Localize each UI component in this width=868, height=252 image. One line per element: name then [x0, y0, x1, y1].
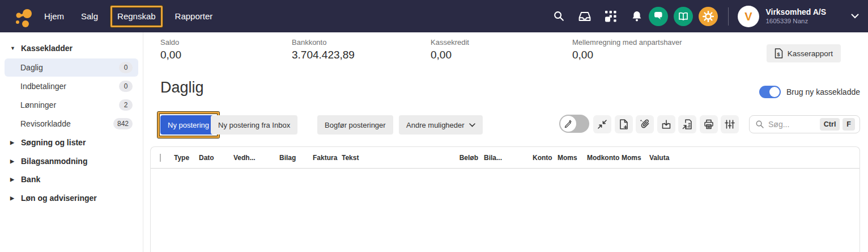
- cash-report-document-icon: $: [775, 48, 783, 58]
- download-icon[interactable]: [657, 115, 675, 133]
- caret-right-icon: ▶: [10, 140, 16, 145]
- printer-icon[interactable]: [700, 115, 718, 133]
- sidebar-section-sogning-og-lister[interactable]: ▶ Søgning og lister: [10, 138, 86, 147]
- inbox-icon[interactable]: [578, 10, 591, 23]
- stat-value: 0,00: [160, 49, 181, 61]
- sidebar-section-lon-og-adviseringer[interactable]: ▶ Løn og adviseringer: [10, 194, 97, 203]
- caret-right-icon: ▶: [10, 195, 16, 201]
- kassekladde-toggle-row: Brug ny kassekladde: [759, 86, 860, 98]
- sidebar-item-label: Daglig: [20, 63, 43, 72]
- toggle-label: Brug ny kassekladde: [786, 87, 860, 96]
- account-info[interactable]: Virksomhed A/S 1605339 Nanz: [765, 7, 826, 26]
- stat-bankkonto: Bankkonto 3.704.423,89: [292, 38, 355, 61]
- column-header-type[interactable]: Type: [174, 154, 199, 162]
- stat-value: 3.704.423,89: [292, 49, 355, 61]
- andre-muligheder-label: Andre muligheder: [406, 121, 465, 129]
- sidebar-section-label: Bank: [21, 175, 40, 184]
- new-document-icon[interactable]: [615, 115, 633, 133]
- stat-mellemregning: Mellemregning med anpartshaver 0,00: [572, 38, 682, 61]
- nav-item-salg[interactable]: Salg: [81, 11, 98, 21]
- sidebar-section-bank[interactable]: ▶ Bank: [10, 175, 40, 184]
- bogfor-posteringer-button[interactable]: Bogfør posteringer: [317, 115, 393, 135]
- sidebar-item-lonninger[interactable]: Lønninger 2: [5, 96, 138, 114]
- kasserapport-button[interactable]: $ Kasserapport: [767, 44, 841, 62]
- e-conomic-logo: [8, 5, 34, 28]
- column-header-dato[interactable]: Dato: [199, 154, 233, 162]
- page-title: Daglig: [160, 79, 204, 96]
- table-body-empty: [151, 169, 860, 252]
- column-header-bilag[interactable]: Bilag: [279, 154, 313, 162]
- stat-saldo: Saldo 0,00: [160, 38, 181, 61]
- stat-label: Bankkonto: [292, 38, 355, 47]
- stat-value: 0,00: [431, 49, 469, 61]
- table-search: Ctrl F: [749, 115, 860, 133]
- search-icon[interactable]: [552, 10, 565, 23]
- sidebar-section-label: Bilagsanmodning: [21, 157, 87, 166]
- brug-ny-kassekladde-toggle[interactable]: [759, 86, 781, 98]
- column-header-vedh[interactable]: Vedh...: [233, 154, 279, 162]
- nav-item-hjem[interactable]: Hjem: [44, 11, 64, 21]
- svg-text:V: V: [745, 10, 753, 23]
- sidebar-item-label: Revisorkladde: [20, 119, 71, 128]
- search-icon: [755, 120, 764, 129]
- chevron-down-icon[interactable]: [851, 14, 859, 19]
- column-header-belob[interactable]: Beløb: [430, 154, 478, 162]
- count-badge: 2: [119, 99, 133, 111]
- count-badge: 842: [113, 118, 133, 129]
- collapse-icon[interactable]: [593, 115, 611, 133]
- stat-kassekredit: Kassekredit 0,00: [431, 38, 469, 61]
- caret-right-icon: ▶: [10, 177, 16, 182]
- edit-pencil-toggle[interactable]: [559, 115, 589, 133]
- kasserapport-label: Kasserapport: [788, 49, 833, 58]
- column-header-moms-2[interactable]: Moms: [622, 154, 649, 162]
- nav-item-rapporter[interactable]: Rapporter: [175, 11, 213, 21]
- pencil-icon: [560, 116, 576, 132]
- topbar-actions: V Virksomhed A/S 1605339 Nanz: [539, 0, 859, 32]
- chevron-down-icon: [469, 123, 475, 127]
- import-document-icon[interactable]: [678, 115, 696, 133]
- sidebar-item-daglig[interactable]: Daglig 0: [5, 58, 138, 77]
- notifications-bell-icon[interactable]: [631, 10, 643, 23]
- sidebar-item-revisorkladde[interactable]: Revisorkladde 842: [5, 115, 138, 133]
- apps-grid-icon[interactable]: [605, 10, 617, 23]
- main-menu: Hjem Salg Regnskab Rapporter: [44, 8, 212, 25]
- ny-postering-button[interactable]: Ny postering: [160, 115, 216, 135]
- shortcut-key-ctrl: Ctrl: [820, 118, 840, 131]
- smart-attachment-icon[interactable]: [636, 115, 654, 133]
- settings-gear-icon[interactable]: [699, 7, 718, 26]
- column-header-valuta[interactable]: Valuta: [649, 154, 683, 162]
- nav-item-regnskab[interactable]: Regnskab: [117, 11, 156, 21]
- column-filter-icon[interactable]: [721, 115, 739, 133]
- column-header-konto[interactable]: Konto: [533, 154, 558, 162]
- company-avatar[interactable]: V: [738, 6, 759, 27]
- column-header-faktura[interactable]: Faktura: [313, 154, 342, 162]
- sidebar: ▼ Kassekladder Daglig 0 Indbetalinger 0 …: [0, 32, 143, 252]
- svg-text:$: $: [777, 52, 780, 57]
- sidebar-item-label: Indbetalinger: [20, 82, 66, 91]
- postings-table: Type Dato Vedh... Bilag Faktura Tekst Be…: [150, 146, 860, 252]
- sidebar-section-label: Kassekladder: [21, 44, 73, 53]
- sidebar-section-bilagsanmodning[interactable]: ▶ Bilagsanmodning: [10, 157, 87, 166]
- table-header-row: Type Dato Vedh... Bilag Faktura Tekst Be…: [151, 147, 860, 169]
- column-header-moms[interactable]: Moms: [558, 154, 587, 162]
- app-window: Hjem Salg Regnskab Rapporter: [0, 0, 868, 252]
- sidebar-section-kassekladder[interactable]: ▼ Kassekladder: [10, 44, 73, 53]
- company-name: Virksomhed A/S: [765, 7, 826, 18]
- chat-icon[interactable]: [649, 7, 668, 26]
- andre-muligheder-dropdown[interactable]: Andre muligheder: [399, 115, 483, 135]
- sidebar-item-label: Lønninger: [20, 100, 56, 110]
- count-badge: 0: [119, 81, 133, 92]
- column-header-tekst[interactable]: Tekst: [342, 154, 430, 162]
- select-all-checkbox[interactable]: [160, 154, 161, 162]
- shortcut-key-f: F: [843, 118, 855, 131]
- column-header-bila[interactable]: Bila...: [478, 154, 533, 162]
- column-header-modkonto[interactable]: Modkonto: [587, 154, 622, 162]
- sidebar-item-indbetalinger[interactable]: Indbetalinger 0: [5, 77, 138, 95]
- help-book-icon[interactable]: [674, 7, 693, 26]
- search-input[interactable]: [768, 120, 817, 129]
- company-detail: 1605339 Nanz: [765, 17, 826, 25]
- stat-value: 0,00: [572, 49, 682, 61]
- stat-label: Mellemregning med anpartshaver: [572, 38, 682, 47]
- ny-postering-wrap: Ny postering: [160, 115, 216, 135]
- ny-postering-fra-inbox-button[interactable]: Ny postering fra Inbox: [211, 115, 297, 135]
